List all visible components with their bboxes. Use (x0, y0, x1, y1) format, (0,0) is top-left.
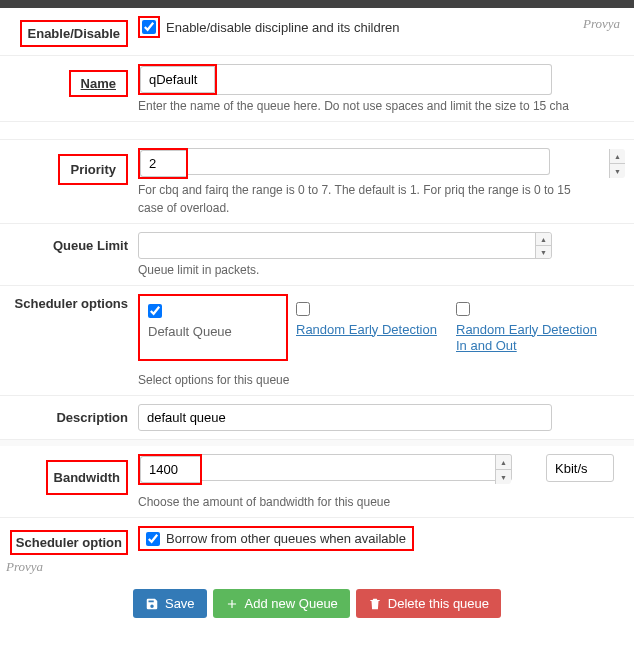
label-name: Name (69, 70, 128, 97)
borrow-desc: Borrow from other queues when available (166, 531, 406, 546)
add-label: Add new Queue (245, 596, 338, 611)
label-enable: Enable/Disable (20, 20, 128, 47)
label-desc: Description (0, 404, 138, 425)
watermark-top: Provya (583, 16, 620, 32)
sched-red-link[interactable]: Random Early Detection (296, 322, 440, 339)
watermark-bottom: Provya (6, 559, 43, 574)
row-sched2: Scheduler option Borrow from other queue… (0, 518, 634, 557)
add-queue-button[interactable]: Add new Queue (213, 589, 350, 618)
chevron-down-icon: ▼ (496, 470, 511, 484)
button-bar: Save Add new Queue Delete this queue (0, 575, 634, 638)
borrow-checkbox[interactable] (146, 532, 160, 546)
sched-redio-checkbox[interactable] (456, 302, 470, 316)
row-enable: Enable/Disable Enable/disable discipline… (0, 8, 634, 56)
row-priority: Priority ▲▼ For cbq and fairq the range … (0, 140, 634, 224)
row-sched: Scheduler options Default Queue Random E… (0, 286, 634, 396)
row-bandwidth: Bandwidth ▲▼ Choose the amount of bandwi… (0, 446, 634, 518)
label-sched: Scheduler options (0, 294, 138, 311)
name-input-rest[interactable] (217, 64, 552, 95)
trash-icon (368, 597, 382, 611)
row-qlimit: Queue Limit ▲▼ Queue limit in packets. (0, 224, 634, 286)
bandwidth-input-ext[interactable] (202, 454, 512, 481)
save-button[interactable]: Save (133, 589, 207, 618)
priority-help: For cbq and fairq the range is 0 to 7. T… (138, 183, 626, 197)
qlimit-input[interactable] (138, 232, 552, 259)
priority-spinner[interactable]: ▲▼ (609, 149, 625, 178)
desc-input[interactable] (138, 404, 552, 431)
sched-default-box: Default Queue (138, 294, 288, 361)
delete-queue-button[interactable]: Delete this queue (356, 589, 501, 618)
sched-default-checkbox[interactable] (148, 304, 162, 318)
row-desc: Description (0, 396, 634, 440)
bandwidth-unit-select[interactable] (546, 454, 614, 482)
plus-icon (225, 597, 239, 611)
sched-help: Select options for this queue (138, 373, 626, 387)
chevron-down-icon: ▼ (610, 164, 625, 178)
priority-input-ext[interactable] (188, 148, 550, 175)
bandwidth-input[interactable] (140, 456, 200, 483)
sched-default-label: Default Queue (148, 324, 278, 341)
enable-checkbox[interactable] (142, 20, 156, 34)
top-bar (0, 0, 634, 8)
enable-desc: Enable/disable discipline and its childr… (166, 20, 399, 35)
chevron-up-icon: ▲ (536, 233, 551, 246)
sched-redio-box: Random Early Detection In and Out (448, 294, 608, 361)
save-icon (145, 597, 159, 611)
label-qlimit: Queue Limit (0, 232, 138, 253)
sched-red-checkbox[interactable] (296, 302, 310, 316)
bandwidth-spinner[interactable]: ▲▼ (495, 455, 511, 484)
bandwidth-help: Choose the amount of bandwidth for this … (138, 495, 626, 509)
row-name: Name Enter the name of the queue here. D… (0, 56, 634, 122)
priority-input[interactable] (140, 150, 186, 177)
sched-redio-link[interactable]: Random Early Detection In and Out (456, 322, 600, 356)
qlimit-spinner[interactable]: ▲▼ (535, 233, 551, 258)
chevron-down-icon: ▼ (536, 246, 551, 258)
label-sched2: Scheduler option (10, 530, 128, 555)
label-bandwidth: Bandwidth (46, 460, 128, 495)
chevron-up-icon: ▲ (610, 149, 625, 164)
label-priority: Priority (58, 154, 128, 185)
name-help: Enter the name of the queue here. Do not… (138, 99, 626, 113)
qlimit-help: Queue limit in packets. (138, 263, 626, 277)
chevron-up-icon: ▲ (496, 455, 511, 470)
priority-help2: case of overload. (138, 201, 626, 215)
name-input-highlight[interactable] (140, 66, 215, 93)
delete-label: Delete this queue (388, 596, 489, 611)
sched-red-box: Random Early Detection (288, 294, 448, 361)
save-label: Save (165, 596, 195, 611)
